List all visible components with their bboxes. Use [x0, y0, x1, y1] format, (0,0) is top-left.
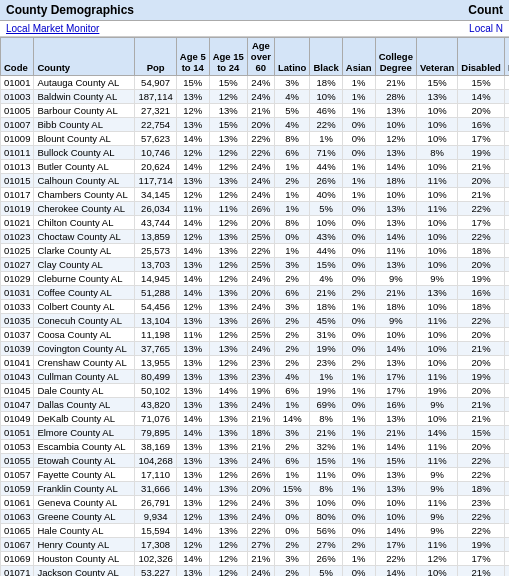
table-row[interactable]: 01019Cherokee County AL26,03411%11%26%1%… — [1, 202, 510, 216]
cell-black: 15% — [310, 258, 342, 272]
cell-age5to14: 13% — [176, 496, 209, 510]
table-row[interactable]: 01025Clarke County AL25,57314%13%22%1%44… — [1, 244, 510, 258]
table-row[interactable]: 01033Colbert County AL54,45612%13%24%3%1… — [1, 300, 510, 314]
table-container[interactable]: Code County Pop Age 5to 14 Age 15to 24 A… — [0, 37, 509, 576]
table-row[interactable]: 01039Covington County AL37,76513%13%24%2… — [1, 342, 510, 356]
table-row[interactable]: 01027Clay County AL13,70313%12%25%3%15%0… — [1, 258, 510, 272]
table-row[interactable]: 01011Bullock County AL10,74612%12%22%6%7… — [1, 146, 510, 160]
table-row[interactable]: 01017Chambers County AL34,14512%12%24%1%… — [1, 188, 510, 202]
cell-code: 01067 — [1, 538, 34, 552]
cell-immigrant: 1% — [504, 188, 509, 202]
col-header-asian[interactable]: Asian — [342, 38, 375, 76]
cell-disabled: 20% — [458, 356, 505, 370]
cell-veteran: 10% — [416, 244, 457, 258]
table-row[interactable]: 01005Barbour County AL27,32112%13%21%5%4… — [1, 104, 510, 118]
col-header-veteran[interactable]: Veteran — [416, 38, 457, 76]
cell-black: 44% — [310, 160, 342, 174]
cell-asian: 1% — [342, 440, 375, 454]
table-row[interactable]: 01007Bibb County AL22,75413%15%20%4%22%0… — [1, 118, 510, 132]
cell-immigrant: 2% — [504, 300, 509, 314]
table-row[interactable]: 01041Crenshaw County AL13,95513%12%23%2%… — [1, 356, 510, 370]
col-header-immigrant[interactable]: Immigrant — [504, 38, 509, 76]
table-row[interactable]: 01057Fayette County AL17,11013%12%26%1%1… — [1, 468, 510, 482]
table-row[interactable]: 01069Houston County AL102,32614%12%21%3%… — [1, 552, 510, 566]
table-row[interactable]: 01043Cullman County AL80,49913%13%23%4%1… — [1, 370, 510, 384]
table-row[interactable]: 01071Jackson County AL53,22713%12%24%2%5… — [1, 566, 510, 577]
col-header-age5to14[interactable]: Age 5to 14 — [176, 38, 209, 76]
table-row[interactable]: 01059Franklin County AL31,66614%13%20%15… — [1, 482, 510, 496]
table-row[interactable]: 01055Etowah County AL104,26813%13%24%6%1… — [1, 454, 510, 468]
cell-asian: 0% — [342, 230, 375, 244]
cell-disabled: 21% — [458, 160, 505, 174]
cell-age15to24: 11% — [209, 202, 247, 216]
cell-disabled: 20% — [458, 104, 505, 118]
local-market-monitor-link[interactable]: Local Market Monitor — [6, 23, 99, 34]
table-row[interactable]: 01031Coffee County AL51,28814%13%20%6%21… — [1, 286, 510, 300]
col-header-county[interactable]: County — [34, 38, 135, 76]
col-header-disabled[interactable]: Disabled — [458, 38, 505, 76]
cell-pop: 37,765 — [135, 342, 176, 356]
cell-ageover60: 22% — [247, 524, 274, 538]
table-row[interactable]: 01021Chilton County AL43,74414%12%20%8%1… — [1, 216, 510, 230]
cell-college: 13% — [375, 356, 416, 370]
cell-ageover60: 24% — [247, 174, 274, 188]
col-header-code[interactable]: Code — [1, 38, 34, 76]
cell-disabled: 21% — [458, 566, 505, 577]
cell-code: 01069 — [1, 552, 34, 566]
table-row[interactable]: 01013Butler County AL20,62414%12%24%1%44… — [1, 160, 510, 174]
col-header-pop[interactable]: Pop — [135, 38, 176, 76]
table-row[interactable]: 01037Coosa County AL11,19811%12%25%2%31%… — [1, 328, 510, 342]
table-row[interactable]: 01061Geneva County AL26,79113%12%24%3%10… — [1, 496, 510, 510]
col-header-college[interactable]: CollegeDegree — [375, 38, 416, 76]
table-row[interactable]: 01047Dallas County AL43,82013%13%24%1%69… — [1, 398, 510, 412]
cell-age5to14: 14% — [176, 552, 209, 566]
cell-asian: 1% — [342, 174, 375, 188]
cell-college: 10% — [375, 328, 416, 342]
table-row[interactable]: 01023Choctaw County AL13,85912%13%25%0%4… — [1, 230, 510, 244]
cell-ageover60: 24% — [247, 76, 274, 90]
table-row[interactable]: 01015Calhoun County AL117,71413%13%24%2%… — [1, 174, 510, 188]
table-row[interactable]: 01065Hale County AL15,59414%13%22%0%56%0… — [1, 524, 510, 538]
cell-latino: 2% — [274, 342, 310, 356]
cell-ageover60: 26% — [247, 468, 274, 482]
col-header-latino[interactable]: Latino — [274, 38, 310, 76]
cell-black: 15% — [310, 454, 342, 468]
cell-immigrant: 3% — [504, 146, 509, 160]
cell-immigrant: 1% — [504, 314, 509, 328]
cell-veteran: 9% — [416, 468, 457, 482]
cell-age5to14: 13% — [176, 90, 209, 104]
cell-asian: 0% — [342, 328, 375, 342]
cell-latino: 4% — [274, 90, 310, 104]
cell-black: 32% — [310, 440, 342, 454]
cell-immigrant: 1% — [504, 160, 509, 174]
table-row[interactable]: 01049DeKalb County AL71,07614%13%21%14%8… — [1, 412, 510, 426]
cell-age15to24: 13% — [209, 426, 247, 440]
cell-asian: 0% — [342, 566, 375, 577]
table-row[interactable]: 01009Blount County AL57,62314%13%22%8%1%… — [1, 132, 510, 146]
cell-county: Autauga County AL — [34, 76, 135, 90]
col-header-age15to24[interactable]: Age 15to 24 — [209, 38, 247, 76]
table-row[interactable]: 01063Greene County AL9,93412%13%24%0%80%… — [1, 510, 510, 524]
table-row[interactable]: 01051Elmore County AL79,89514%13%18%3%21… — [1, 426, 510, 440]
cell-veteran: 11% — [416, 440, 457, 454]
cell-code: 01001 — [1, 76, 34, 90]
cell-disabled: 20% — [458, 258, 505, 272]
col-header-ageover60[interactable]: Ageover60 — [247, 38, 274, 76]
cell-immigrant: 3% — [504, 454, 509, 468]
cell-county: Bibb County AL — [34, 118, 135, 132]
cell-immigrant: 0% — [504, 258, 509, 272]
table-row[interactable]: 01001Autauga County AL54,90715%15%24%3%1… — [1, 76, 510, 90]
cell-code: 01017 — [1, 188, 34, 202]
cell-black: 26% — [310, 552, 342, 566]
cell-county: Butler County AL — [34, 160, 135, 174]
table-row[interactable]: 01045Dale County AL50,10213%14%19%6%19%1… — [1, 384, 510, 398]
cell-immigrant: 2% — [504, 272, 509, 286]
cell-county: Calhoun County AL — [34, 174, 135, 188]
col-header-black[interactable]: Black — [310, 38, 342, 76]
table-row[interactable]: 01035Conecuh County AL13,10413%13%26%2%4… — [1, 314, 510, 328]
table-row[interactable]: 01053Escambia County AL38,16913%13%21%2%… — [1, 440, 510, 454]
table-row[interactable]: 01003Baldwin County AL187,11413%12%24%4%… — [1, 90, 510, 104]
cell-code: 01043 — [1, 370, 34, 384]
table-row[interactable]: 01067Henry County AL17,30812%12%27%2%27%… — [1, 538, 510, 552]
table-row[interactable]: 01029Cleburne County AL14,94514%12%24%2%… — [1, 272, 510, 286]
